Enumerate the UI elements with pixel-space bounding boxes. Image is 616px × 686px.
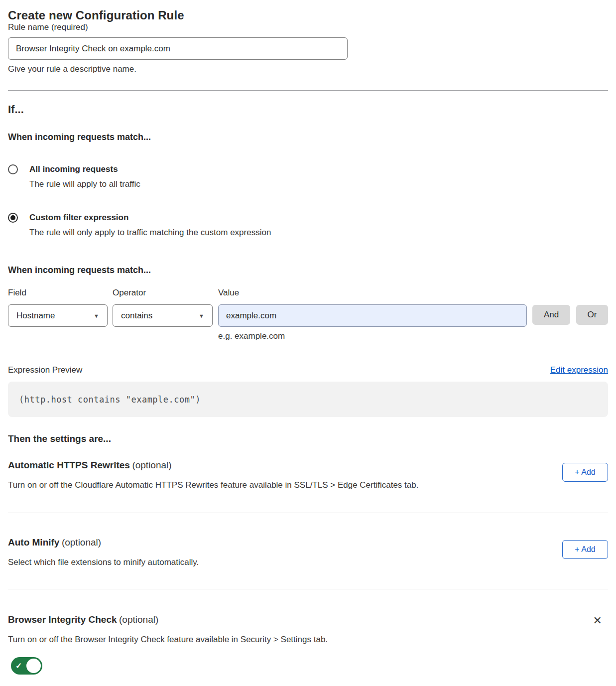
value-input[interactable] (218, 304, 527, 327)
setting-optional-tag: (optional) (62, 537, 101, 548)
radio-option-description: The rule will only apply to traffic matc… (29, 227, 271, 238)
page-title: Create new Configuration Rule (8, 8, 608, 22)
field-select-value: Hostname (16, 311, 55, 321)
radio-option-all-incoming-requests[interactable]: All incoming requests The rule will appl… (8, 164, 608, 190)
expression-builder-row: Field Hostname ▼ Operator contains ▼ Val… (8, 288, 608, 341)
setting-automatic-https-rewrites: Automatic HTTPS Rewrites (optional) Turn… (8, 460, 608, 513)
setting-browser-integrity-check: Browser Integrity Check (optional) Turn … (8, 589, 608, 675)
close-icon[interactable]: ✕ (593, 615, 602, 626)
operator-select-value: contains (121, 311, 152, 321)
setting-optional-tag: (optional) (119, 614, 158, 625)
field-select[interactable]: Hostname ▼ (8, 304, 108, 327)
edit-expression-link[interactable]: Edit expression (550, 365, 608, 375)
operator-select[interactable]: contains ▼ (113, 304, 213, 327)
chevron-down-icon: ▼ (199, 313, 204, 319)
setting-title: Browser Integrity Check (8, 614, 117, 625)
if-heading: If... (8, 103, 608, 116)
radio-option-label: Custom filter expression (29, 212, 271, 223)
then-settings-heading: Then the settings are... (8, 433, 608, 444)
setting-title: Automatic HTTPS Rewrites (8, 460, 130, 470)
value-hint: e.g. example.com (218, 331, 527, 341)
setting-description: Select which file extensions to minify a… (8, 557, 199, 568)
setting-description: Turn on or off the Browser Integrity Che… (8, 634, 593, 645)
setting-auto-minify: Auto Minify (optional) Select which file… (8, 513, 608, 589)
setting-title: Auto Minify (8, 537, 59, 548)
field-label: Field (8, 288, 108, 298)
chevron-down-icon: ▼ (94, 313, 99, 319)
add-auto-minify-button[interactable]: + Add (562, 540, 608, 559)
and-button[interactable]: And (532, 305, 570, 325)
expression-preview-label: Expression Preview (8, 365, 82, 375)
create-configuration-rule-form: Create new Configuration Rule Rule name … (0, 8, 616, 675)
setting-optional-tag: (optional) (132, 460, 171, 470)
rule-name-help-text: Give your rule a descriptive name. (8, 64, 608, 74)
operator-label: Operator (113, 288, 213, 298)
radio-option-label: All incoming requests (29, 164, 140, 175)
checkmark-icon: ✓ (15, 661, 22, 671)
radio-button-unselected[interactable] (8, 164, 18, 174)
radio-option-description: The rule will apply to all traffic (29, 179, 140, 190)
toggle-knob (26, 659, 41, 673)
value-label: Value (218, 288, 527, 298)
builder-heading: When incoming requests match... (8, 265, 608, 275)
radio-option-custom-filter-expression[interactable]: Custom filter expression The rule will o… (8, 212, 608, 238)
expression-preview-header: Expression Preview Edit expression (8, 365, 608, 375)
expression-preview-code: (http.host contains "example.com") (8, 382, 608, 417)
radio-button-selected[interactable] (8, 213, 18, 223)
or-button[interactable]: Or (576, 305, 608, 325)
rule-name-input[interactable] (8, 37, 348, 60)
browser-integrity-check-toggle-on[interactable]: ✓ (11, 657, 42, 675)
add-automatic-https-rewrites-button[interactable]: + Add (562, 463, 608, 482)
rule-name-label: Rule name (required) (8, 22, 88, 32)
setting-description: Turn on or off the Cloudflare Automatic … (8, 480, 418, 491)
match-heading: When incoming requests match... (8, 132, 608, 142)
section-divider (8, 90, 608, 91)
